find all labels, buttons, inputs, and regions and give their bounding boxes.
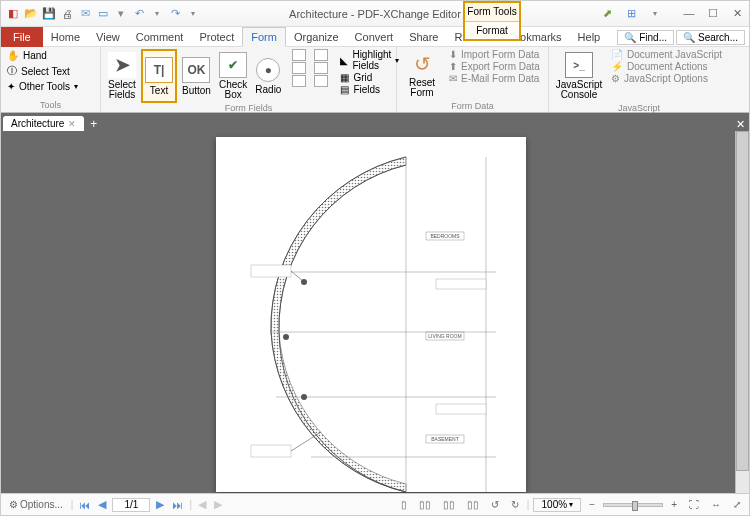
js-opts-label: JavaScript Options	[624, 73, 708, 84]
other-tools[interactable]: ✦Other Tools▾	[5, 80, 96, 93]
checkbox-button[interactable]: ✔ Check Box	[216, 49, 250, 103]
menu-form[interactable]: Form	[242, 27, 286, 47]
qat-undo-icon[interactable]: ↶	[131, 6, 147, 22]
qat-open-icon[interactable]: 📂	[23, 6, 39, 22]
menu-convert[interactable]: Convert	[347, 27, 402, 47]
actual-size-button[interactable]: ⤢	[729, 498, 745, 511]
fields-pane[interactable]: ▤Fields	[340, 84, 399, 95]
next-page-button[interactable]: ▶	[154, 498, 166, 511]
app-icon: ◧	[5, 6, 21, 22]
export-label: Export Form Data	[461, 61, 540, 72]
select-fields-button[interactable]: ➤ Select Fields	[105, 49, 139, 103]
rotate-ccw-button[interactable]: ↺	[487, 498, 503, 511]
js-console-label: JavaScript Console	[556, 80, 603, 100]
qat-mail-icon[interactable]: ✉	[77, 6, 93, 22]
last-page-button[interactable]: ⏭	[170, 499, 185, 511]
image-icon	[314, 62, 328, 74]
options-button[interactable]: ⚙Options...	[5, 498, 67, 511]
js-options[interactable]: ⚙JavaScript Options	[611, 73, 722, 84]
form-tools-tab[interactable]: Form Tools	[465, 3, 519, 22]
combobox-button[interactable]	[292, 62, 306, 74]
qat-undo-drop-icon[interactable]: ▾	[149, 6, 165, 22]
import-form-data[interactable]: ⬇Import Form Data	[449, 49, 540, 60]
radio-button[interactable]: ● Radio	[252, 49, 284, 103]
ui-drop-icon[interactable]: ▾	[643, 1, 667, 25]
highlight-fields[interactable]: ◣Highlight Fields▾	[340, 49, 399, 71]
email-form-data[interactable]: ✉E-Mail Form Data	[449, 73, 540, 84]
doc-tab-label: Architecture	[11, 118, 64, 129]
zoom-in-button[interactable]: +	[667, 498, 681, 511]
select-text-label: Select Text	[21, 66, 70, 77]
hand-tool[interactable]: ✋Hand	[5, 49, 96, 62]
qat-print-icon[interactable]: 🖨	[59, 6, 75, 22]
layout-cont-facing-button[interactable]: ▯▯	[463, 498, 483, 511]
options-label: Options...	[20, 499, 63, 510]
find-box[interactable]: 🔍Find...	[617, 30, 674, 45]
nav-fwd-button[interactable]: ▶	[212, 498, 224, 511]
menu-comment[interactable]: Comment	[128, 27, 192, 47]
prev-page-button[interactable]: ◀	[96, 498, 108, 511]
tab-close-icon[interactable]: ✕	[68, 119, 76, 129]
search-box[interactable]: 🔍Search...	[676, 30, 745, 45]
launch-icon[interactable]: ⬈	[595, 1, 619, 25]
qat-save-icon[interactable]: 💾	[41, 6, 57, 22]
layout-facing-button[interactable]: ▯▯	[439, 498, 459, 511]
qat-scan-icon[interactable]: ▭	[95, 6, 111, 22]
menu-home[interactable]: Home	[43, 27, 88, 47]
doc-actions[interactable]: ⚡Document Actions	[611, 61, 722, 72]
document-tab[interactable]: Architecture ✕	[3, 116, 84, 131]
fit-page-button[interactable]: ⛶	[685, 498, 703, 511]
format-tab[interactable]: Format	[465, 22, 519, 40]
button-field-button[interactable]: OK Button	[179, 49, 214, 103]
menu-share[interactable]: Share	[401, 27, 446, 47]
pdf-page[interactable]: BEDROOMS LIVING ROOM BASEMENT	[216, 137, 526, 492]
ui-mode-icon[interactable]: ⊞	[619, 1, 643, 25]
page-input[interactable]	[112, 498, 150, 512]
js-console-button[interactable]: >_ JavaScript Console	[553, 49, 605, 103]
rotate-cw-button[interactable]: ↻	[507, 498, 523, 511]
label-basement: BASEMENT	[431, 436, 459, 442]
qat-dropdown-icon[interactable]: ▾	[113, 6, 129, 22]
select-text-icon: Ⓘ	[7, 64, 17, 78]
menu-organize[interactable]: Organize	[286, 27, 347, 47]
first-page-button[interactable]: ⏮	[77, 499, 92, 511]
new-tab-button[interactable]: +	[84, 117, 103, 131]
reset-form-button[interactable]: ↺ Reset Form	[401, 49, 443, 101]
zoom-out-button[interactable]: −	[585, 498, 599, 511]
menu-protect[interactable]: Protect	[191, 27, 242, 47]
scrollbar-thumb[interactable]	[736, 131, 749, 471]
layout-cont-button[interactable]: ▯▯	[415, 498, 435, 511]
select-text-tool[interactable]: ⒾSelect Text	[5, 63, 96, 79]
image-button[interactable]	[314, 62, 328, 74]
fit-width-button[interactable]: ↔	[707, 498, 725, 511]
highlight-icon: ◣	[340, 55, 348, 66]
qat-redo-icon[interactable]: ↷	[167, 6, 183, 22]
signature-button[interactable]	[292, 75, 306, 87]
barcode-button[interactable]	[314, 49, 328, 61]
file-menu[interactable]: File	[1, 27, 43, 47]
search-label: Search...	[698, 32, 738, 43]
close-icon[interactable]: ✕	[725, 1, 749, 25]
tabs-close-all-icon[interactable]: ✕	[736, 118, 745, 131]
menu-help[interactable]: Help	[570, 27, 609, 47]
nav-back-button[interactable]: ◀	[196, 498, 208, 511]
find-label: Find...	[639, 32, 667, 43]
reset-icon: ↺	[414, 52, 431, 76]
doc-javascript[interactable]: 📄Document JavaScript	[611, 49, 722, 60]
qat-redo-drop-icon[interactable]: ▾	[185, 6, 201, 22]
signature-icon	[292, 75, 306, 87]
zoom-level[interactable]: 100%▾	[533, 498, 581, 512]
barcode-icon	[314, 49, 328, 61]
maximize-icon[interactable]: ☐	[701, 1, 725, 25]
text-field-button[interactable]: T| Text	[141, 49, 177, 103]
grid-toggle[interactable]: ▦Grid	[340, 72, 399, 83]
layout-single-button[interactable]: ▯	[397, 498, 411, 511]
export-form-data[interactable]: ⬆Export Form Data	[449, 61, 540, 72]
vertical-scrollbar[interactable]	[735, 131, 749, 493]
menu-view[interactable]: View	[88, 27, 128, 47]
date-button[interactable]	[314, 75, 328, 87]
grid-icon: ▦	[340, 72, 349, 83]
zoom-slider[interactable]	[603, 503, 663, 507]
minimize-icon[interactable]: —	[677, 1, 701, 25]
listbox-button[interactable]	[292, 49, 306, 61]
